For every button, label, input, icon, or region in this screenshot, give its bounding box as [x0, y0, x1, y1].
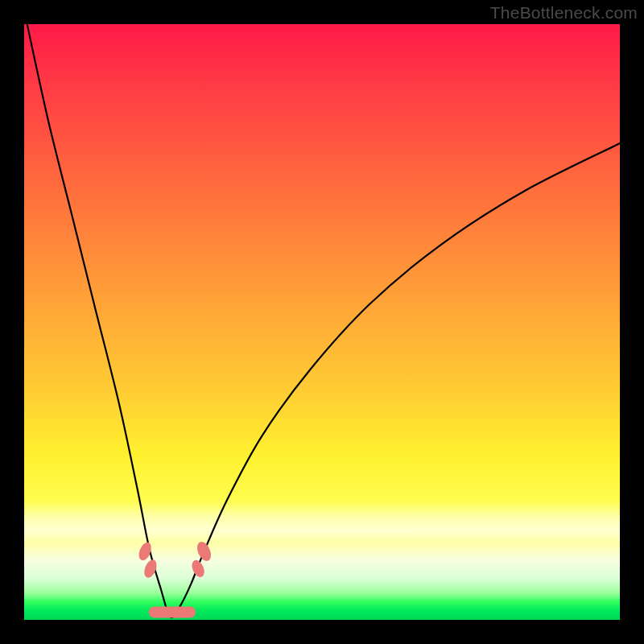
- svg-point-0: [137, 540, 154, 562]
- svg-rect-6: [163, 606, 183, 617]
- marker-layer: [24, 24, 620, 620]
- outer-frame: TheBottleneck.com: [0, 0, 644, 644]
- watermark-text: TheBottleneck.com: [490, 3, 638, 23]
- svg-point-2: [195, 539, 214, 563]
- svg-point-3: [189, 559, 206, 580]
- svg-point-1: [142, 558, 159, 580]
